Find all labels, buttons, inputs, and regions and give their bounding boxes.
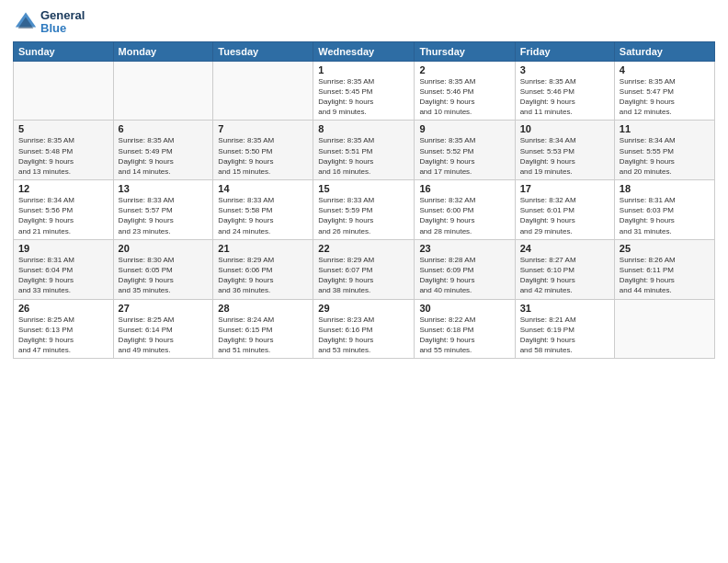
calendar-cell: 20Sunrise: 8:30 AM Sunset: 6:05 PM Dayli… [113,239,213,299]
day-number: 7 [218,123,308,134]
calendar-cell [213,61,313,121]
calendar-cell [113,61,213,121]
logo-icon [13,9,39,35]
calendar-week-row: 19Sunrise: 8:31 AM Sunset: 6:04 PM Dayli… [14,239,715,299]
calendar-week-row: 26Sunrise: 8:25 AM Sunset: 6:13 PM Dayli… [14,299,715,359]
weekday-header: Wednesday [313,41,415,61]
day-info: Sunrise: 8:28 AM Sunset: 6:09 PM Dayligh… [419,255,509,296]
calendar-cell: 3Sunrise: 8:35 AM Sunset: 5:46 PM Daylig… [515,61,614,121]
weekday-header: Tuesday [213,41,313,61]
calendar-cell: 13Sunrise: 8:33 AM Sunset: 5:57 PM Dayli… [113,180,213,240]
day-number: 8 [318,123,409,134]
calendar-cell: 21Sunrise: 8:29 AM Sunset: 6:06 PM Dayli… [213,239,313,299]
calendar-cell: 22Sunrise: 8:29 AM Sunset: 6:07 PM Dayli… [313,239,415,299]
day-info: Sunrise: 8:35 AM Sunset: 5:52 PM Dayligh… [419,135,509,177]
calendar-cell: 7Sunrise: 8:35 AM Sunset: 5:50 PM Daylig… [213,121,313,180]
calendar-cell [14,61,114,121]
day-number: 23 [419,243,509,254]
calendar-body: 1Sunrise: 8:35 AM Sunset: 5:45 PM Daylig… [14,61,715,359]
calendar-cell: 9Sunrise: 8:35 AM Sunset: 5:52 PM Daylig… [415,121,515,180]
day-number: 12 [18,183,108,194]
day-info: Sunrise: 8:34 AM Sunset: 5:55 PM Dayligh… [620,135,710,177]
weekday-header: Friday [515,41,614,61]
day-number: 9 [419,123,509,134]
calendar-cell: 24Sunrise: 8:27 AM Sunset: 6:10 PM Dayli… [515,239,614,299]
day-info: Sunrise: 8:33 AM Sunset: 5:57 PM Dayligh… [119,195,209,236]
calendar-week-row: 12Sunrise: 8:34 AM Sunset: 5:56 PM Dayli… [14,180,715,240]
calendar-cell: 1Sunrise: 8:35 AM Sunset: 5:45 PM Daylig… [313,61,415,121]
calendar-cell: 6Sunrise: 8:35 AM Sunset: 5:49 PM Daylig… [113,121,213,180]
day-number: 4 [620,64,710,75]
calendar-cell: 16Sunrise: 8:32 AM Sunset: 6:00 PM Dayli… [415,180,515,240]
calendar-cell: 29Sunrise: 8:23 AM Sunset: 6:16 PM Dayli… [313,299,415,359]
day-number: 31 [520,303,609,314]
day-info: Sunrise: 8:26 AM Sunset: 6:11 PM Dayligh… [620,255,710,296]
calendar-cell: 15Sunrise: 8:33 AM Sunset: 5:59 PM Dayli… [313,180,415,240]
day-number: 15 [318,183,409,194]
day-info: Sunrise: 8:35 AM Sunset: 5:47 PM Dayligh… [620,76,710,118]
calendar-cell: 19Sunrise: 8:31 AM Sunset: 6:04 PM Dayli… [14,239,114,299]
day-info: Sunrise: 8:31 AM Sunset: 6:03 PM Dayligh… [620,195,710,236]
day-info: Sunrise: 8:35 AM Sunset: 5:45 PM Dayligh… [318,76,409,118]
weekday-header: Sunday [14,41,114,61]
weekday-header: Thursday [415,41,515,61]
weekday-header-row: SundayMondayTuesdayWednesdayThursdayFrid… [14,41,715,61]
day-number: 14 [218,183,308,194]
calendar-cell: 4Sunrise: 8:35 AM Sunset: 5:47 PM Daylig… [614,61,714,121]
calendar-cell: 28Sunrise: 8:24 AM Sunset: 6:15 PM Dayli… [213,299,313,359]
day-info: Sunrise: 8:30 AM Sunset: 6:05 PM Dayligh… [119,255,209,296]
calendar-week-row: 1Sunrise: 8:35 AM Sunset: 5:45 PM Daylig… [14,61,715,121]
day-info: Sunrise: 8:35 AM Sunset: 5:46 PM Dayligh… [419,76,509,118]
calendar-week-row: 5Sunrise: 8:35 AM Sunset: 5:48 PM Daylig… [14,121,715,180]
day-info: Sunrise: 8:29 AM Sunset: 6:06 PM Dayligh… [218,255,308,296]
day-info: Sunrise: 8:32 AM Sunset: 6:00 PM Dayligh… [419,195,509,236]
day-number: 19 [18,243,108,254]
day-info: Sunrise: 8:35 AM Sunset: 5:50 PM Dayligh… [218,135,308,177]
day-info: Sunrise: 8:35 AM Sunset: 5:49 PM Dayligh… [119,135,209,177]
day-number: 21 [218,243,308,254]
calendar-cell: 25Sunrise: 8:26 AM Sunset: 6:11 PM Dayli… [614,239,714,299]
day-info: Sunrise: 8:33 AM Sunset: 5:59 PM Dayligh… [318,195,409,236]
day-number: 25 [620,243,710,254]
calendar-cell: 12Sunrise: 8:34 AM Sunset: 5:56 PM Dayli… [14,180,114,240]
day-info: Sunrise: 8:22 AM Sunset: 6:18 PM Dayligh… [419,315,509,356]
day-info: Sunrise: 8:25 AM Sunset: 6:13 PM Dayligh… [18,315,108,356]
day-number: 6 [119,123,209,134]
calendar-cell: 31Sunrise: 8:21 AM Sunset: 6:19 PM Dayli… [515,299,614,359]
day-number: 22 [318,243,409,254]
calendar-cell: 23Sunrise: 8:28 AM Sunset: 6:09 PM Dayli… [415,239,515,299]
day-number: 5 [18,123,108,134]
calendar-cell: 18Sunrise: 8:31 AM Sunset: 6:03 PM Dayli… [614,180,714,240]
day-number: 18 [620,183,710,194]
day-number: 13 [119,183,209,194]
day-info: Sunrise: 8:33 AM Sunset: 5:58 PM Dayligh… [218,195,308,236]
day-number: 26 [18,303,108,314]
calendar-cell: 10Sunrise: 8:34 AM Sunset: 5:53 PM Dayli… [515,121,614,180]
calendar-cell: 5Sunrise: 8:35 AM Sunset: 5:48 PM Daylig… [14,121,114,180]
day-info: Sunrise: 8:32 AM Sunset: 6:01 PM Dayligh… [520,195,609,236]
day-info: Sunrise: 8:24 AM Sunset: 6:15 PM Dayligh… [218,315,308,356]
day-number: 1 [318,64,409,75]
day-info: Sunrise: 8:25 AM Sunset: 6:14 PM Dayligh… [119,315,209,356]
day-number: 3 [520,64,609,75]
day-number: 20 [119,243,209,254]
day-number: 16 [419,183,509,194]
day-info: Sunrise: 8:34 AM Sunset: 5:53 PM Dayligh… [520,135,609,177]
day-number: 27 [119,303,209,314]
day-info: Sunrise: 8:29 AM Sunset: 6:07 PM Dayligh… [318,255,409,296]
logo: General Blue [13,9,85,36]
calendar-cell: 14Sunrise: 8:33 AM Sunset: 5:58 PM Dayli… [213,180,313,240]
day-number: 11 [620,123,710,134]
calendar: SundayMondayTuesdayWednesdayThursdayFrid… [13,41,715,360]
day-info: Sunrise: 8:21 AM Sunset: 6:19 PM Dayligh… [520,315,609,356]
day-info: Sunrise: 8:34 AM Sunset: 5:56 PM Dayligh… [18,195,108,236]
logo-text: General Blue [40,9,85,36]
calendar-cell: 17Sunrise: 8:32 AM Sunset: 6:01 PM Dayli… [515,180,614,240]
calendar-cell: 30Sunrise: 8:22 AM Sunset: 6:18 PM Dayli… [415,299,515,359]
calendar-cell: 27Sunrise: 8:25 AM Sunset: 6:14 PM Dayli… [113,299,213,359]
day-info: Sunrise: 8:35 AM Sunset: 5:46 PM Dayligh… [520,76,609,118]
day-info: Sunrise: 8:27 AM Sunset: 6:10 PM Dayligh… [520,255,609,296]
day-number: 17 [520,183,609,194]
weekday-header: Saturday [614,41,714,61]
day-number: 10 [520,123,609,134]
